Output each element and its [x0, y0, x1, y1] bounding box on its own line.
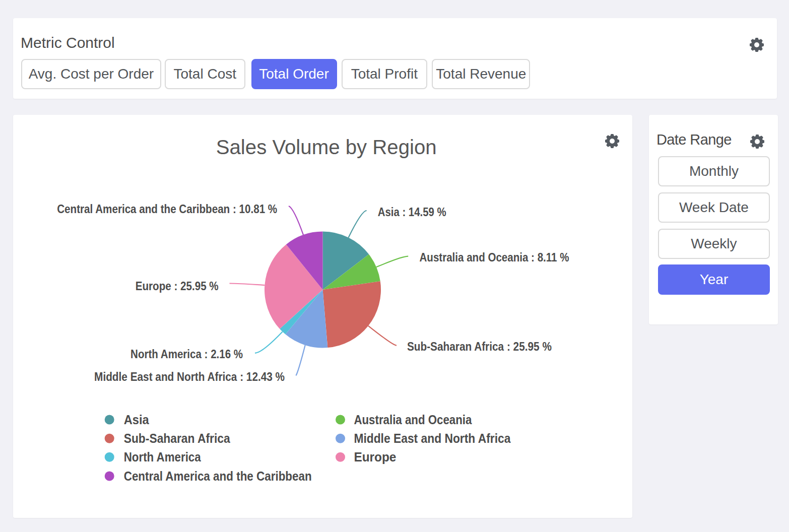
svg-text:Middle East and North Africa :: Middle East and North Africa : 12.43 %	[94, 370, 285, 383]
svg-text:North America : 2.16 %: North America : 2.16 %	[130, 347, 243, 361]
svg-text:Australia and Oceania: Australia and Oceania	[354, 412, 472, 427]
svg-text:Asia: Asia	[124, 412, 149, 427]
svg-text:Australia and Oceania : 8.11 %: Australia and Oceania : 8.11 %	[420, 250, 569, 264]
svg-text:Central America and the Caribb: Central America and the Caribbean	[124, 469, 312, 484]
svg-text:Middle East and North Africa: Middle East and North Africa	[354, 431, 510, 446]
svg-text:Europe: Europe	[354, 449, 396, 464]
svg-text:North America: North America	[124, 449, 201, 464]
svg-text:Sales Volume by Region: Sales Volume by Region	[216, 136, 437, 158]
svg-text:Sub-Saharan Africa: Sub-Saharan Africa	[124, 431, 230, 446]
svg-text:Europe : 25.95 %: Europe : 25.95 %	[136, 279, 219, 293]
svg-text:Central America and the Caribb: Central America and the Caribbean : 10.8…	[57, 202, 277, 216]
svg-text:Asia : 14.59 %: Asia : 14.59 %	[378, 205, 446, 219]
svg-text:Sub-Saharan Africa : 25.95 %: Sub-Saharan Africa : 25.95 %	[407, 340, 552, 353]
